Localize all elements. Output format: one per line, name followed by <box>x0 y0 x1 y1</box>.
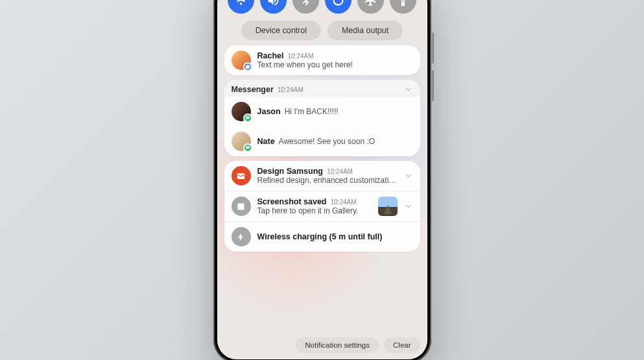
notification-group-header[interactable]: Messenger 10:24AM <box>224 80 420 97</box>
clear-button[interactable]: Clear <box>384 337 420 353</box>
avatar <box>232 102 251 121</box>
app-name: Messenger <box>232 85 274 94</box>
notification-content: Design Samsung 10:24AM Refined design, e… <box>257 167 398 185</box>
media-output-button[interactable]: Media output <box>328 21 403 40</box>
messenger-notification-group[interactable]: Messenger 10:24AM Jason <box>224 80 420 156</box>
mail-icon <box>232 166 251 186</box>
image-icon <box>232 197 251 216</box>
panel-footer: Notification settings Clear <box>224 337 420 353</box>
notification-time: 10:24AM <box>278 86 304 93</box>
phone-frame: Device control Media output Ra <box>213 0 431 360</box>
notification-title: Design Samsung <box>257 167 323 176</box>
airplane-icon[interactable] <box>357 0 384 14</box>
quick-chips-row: Device control Media output <box>224 21 420 40</box>
conversation-notification[interactable]: Rachel 10:24AM Text me when you get here… <box>224 45 420 75</box>
rotate-icon[interactable] <box>325 0 352 14</box>
message-row[interactable]: Nate Awesome! See you soon :O <box>224 126 420 156</box>
bluetooth-icon[interactable] <box>292 0 319 14</box>
wifi-icon[interactable] <box>228 0 254 14</box>
chevron-down-icon[interactable] <box>404 85 413 94</box>
notification-title: Screenshot saved <box>257 197 327 206</box>
chat-badge-icon <box>243 114 252 123</box>
screen: Device control Media output Ra <box>217 0 427 359</box>
chat-badge-icon <box>243 143 252 152</box>
lightning-icon <box>232 227 251 246</box>
notification-body: Text me when you get here! <box>257 60 413 69</box>
notification-list: Rachel 10:24AM Text me when you get here… <box>224 45 420 331</box>
device-control-button[interactable]: Device control <box>241 21 321 40</box>
sound-icon[interactable] <box>260 0 287 14</box>
notification-sender: Jason <box>257 107 281 116</box>
notification-content: Jason Hi I'm BACK!!!!! <box>257 107 413 116</box>
screenshot-notification[interactable]: Screenshot saved 10:24AM Tap here to ope… <box>224 191 420 221</box>
quick-settings-row <box>224 0 420 14</box>
avatar <box>232 51 251 70</box>
notification-title: Wireless charging (5 m until full) <box>257 232 383 241</box>
notification-panel: Device control Media output Ra <box>217 0 427 359</box>
system-notification-group: Design Samsung 10:24AM Refined design, e… <box>224 161 420 252</box>
flashlight-icon[interactable] <box>390 0 416 14</box>
screenshot-thumbnail[interactable] <box>378 197 398 216</box>
notification-content: Rachel 10:24AM Text me when you get here… <box>257 51 413 69</box>
notification-body: Hi I'm BACK!!!!! <box>285 107 339 116</box>
charging-notification[interactable]: Wireless charging (5 m until full) <box>224 222 420 252</box>
notification-content: Wireless charging (5 m until full) <box>257 232 413 241</box>
avatar <box>232 132 251 151</box>
notification-body: Awesome! See you soon :O <box>279 137 376 146</box>
notification-body: Refined design, enhanced customizati… <box>257 176 398 185</box>
notification-content: Screenshot saved 10:24AM Tap here to ope… <box>257 197 372 215</box>
chevron-down-icon[interactable] <box>404 171 413 180</box>
mail-notification[interactable]: Design Samsung 10:24AM Refined design, e… <box>224 161 420 191</box>
notification-body: Tap here to open it in Gallery. <box>257 206 372 215</box>
notification-settings-button[interactable]: Notification settings <box>296 337 379 353</box>
notification-time: 10:24AM <box>288 53 314 60</box>
message-row[interactable]: Jason Hi I'm BACK!!!!! <box>224 97 420 126</box>
notification-time: 10:24AM <box>327 168 353 175</box>
notification-sender: Rachel <box>257 51 284 60</box>
notification-time: 10:24AM <box>331 198 357 206</box>
notification-content: Nate Awesome! See you soon :O <box>257 137 413 146</box>
messenger-badge-icon <box>243 62 252 71</box>
chevron-down-icon[interactable] <box>404 202 413 211</box>
notification-sender: Nate <box>257 137 275 146</box>
